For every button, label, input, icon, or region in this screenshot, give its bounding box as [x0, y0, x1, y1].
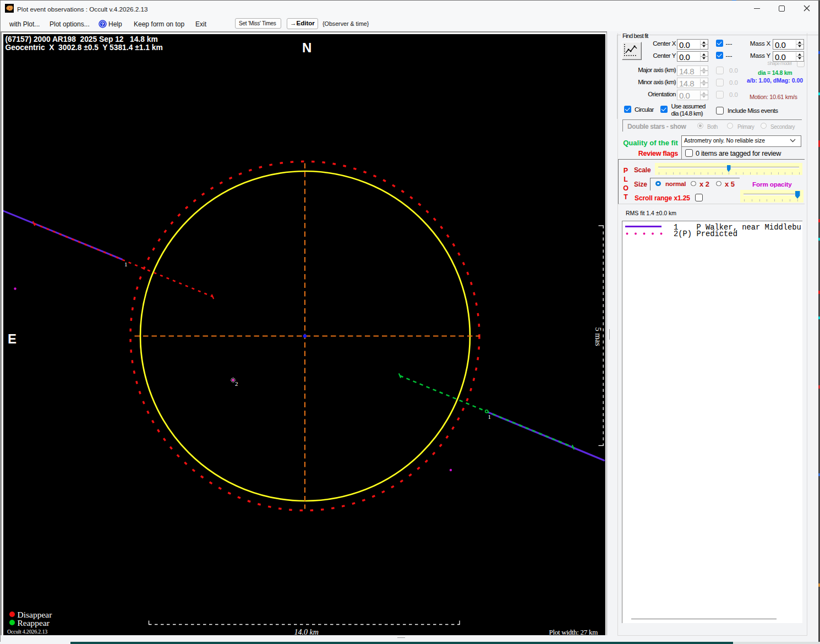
svg-text:1: 1	[488, 413, 491, 420]
svg-text:Reappear: Reappear	[17, 618, 50, 627]
svg-text:E: E	[8, 331, 17, 346]
svg-text:Geocentric X 3002.8 ±0.5 Y: Geocentric X 3002.8 ±0.5 Y 5381.4 ±1.1 k…	[5, 43, 162, 52]
svg-text:Plot width: 27 km: Plot width: 27 km	[549, 628, 598, 636]
svg-text:Occult 4.2026.2.13: Occult 4.2026.2.13	[7, 628, 47, 634]
svg-text:N: N	[302, 40, 311, 55]
svg-text:14.0 km: 14.0 km	[294, 628, 318, 636]
svg-text:5 mas: 5 mas	[593, 327, 602, 346]
svg-text:1: 1	[124, 261, 128, 268]
svg-text:(67157) 2000 AR198 2025 Sep 1: (67157) 2000 AR198 2025 Sep 12 14.8 km	[5, 35, 157, 43]
svg-text:?: ?	[101, 21, 105, 27]
svg-text:2: 2	[235, 380, 238, 387]
